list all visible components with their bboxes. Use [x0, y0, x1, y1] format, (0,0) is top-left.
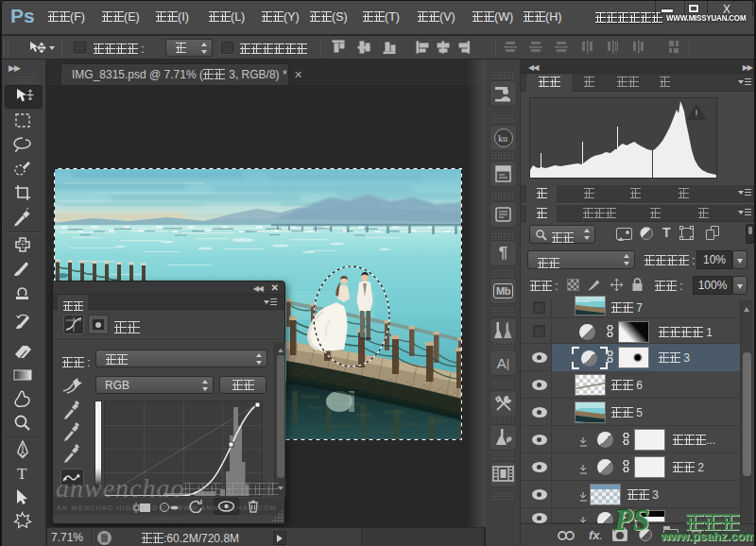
svg-text:ku: ku	[498, 133, 507, 144]
svg-text:T: T	[17, 465, 27, 483]
